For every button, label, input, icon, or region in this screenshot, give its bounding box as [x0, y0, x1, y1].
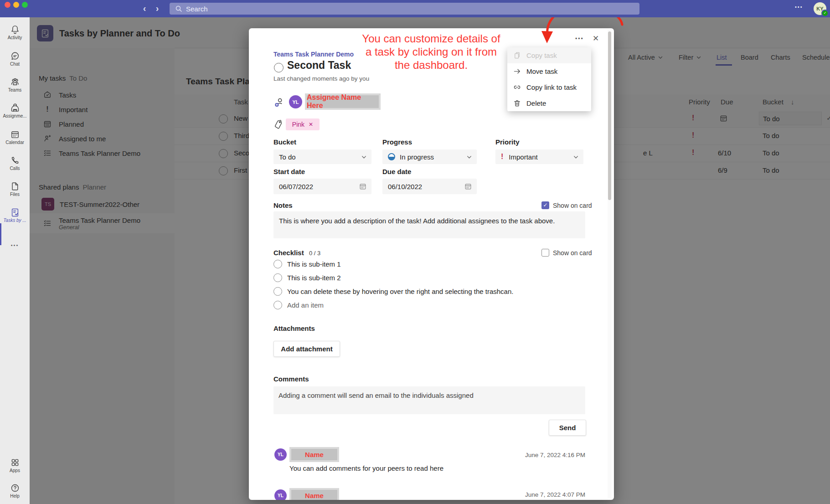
add-attachment-button[interactable]: Add attachment	[273, 341, 340, 357]
add-assignee-icon[interactable]	[273, 97, 285, 108]
complete-task-circle[interactable]	[274, 63, 284, 72]
progress-label: Progress	[382, 138, 412, 146]
due-date-label: Due date	[382, 168, 411, 175]
checklist-item[interactable]: This is sub-item 1	[273, 260, 341, 268]
checklist-add-item[interactable]: Add an item	[273, 301, 324, 309]
checklist-circle[interactable]	[273, 287, 282, 296]
trash-icon	[513, 99, 521, 107]
menu-item-move-task[interactable]: Move task	[507, 63, 591, 79]
comment-avatar: YL	[274, 448, 287, 461]
help-icon	[0, 483, 30, 493]
task-title[interactable]: Second Task	[287, 59, 351, 72]
teams-app-window: ‹ › Search ••• KY ✓ Activity Chat Teams …	[0, 0, 830, 504]
apps-grid-icon	[0, 458, 30, 468]
calendar-icon	[359, 182, 367, 190]
start-date-label: Start date	[273, 168, 305, 175]
menu-item-copy-link-to-task[interactable]: Copy link to task	[507, 79, 591, 95]
rail-item-calendar[interactable]: Calendar	[0, 129, 30, 145]
checklist-show-on-card-checkbox[interactable]: Show on card	[541, 249, 592, 257]
copy-icon	[513, 51, 521, 59]
titlebar-more-icon[interactable]: •••	[795, 4, 803, 10]
search-icon	[175, 5, 182, 12]
remove-tag-icon[interactable]: ✕	[309, 121, 313, 128]
window-close-button[interactable]	[5, 2, 10, 8]
checklist-count: 0 / 3	[309, 250, 320, 257]
rail-item-help[interactable]: Help	[0, 483, 30, 499]
window-minimize-button[interactable]	[13, 2, 19, 8]
search-input[interactable]: Search	[170, 3, 639, 15]
rail-item-calls[interactable]: Calls	[0, 155, 30, 171]
checklist-circle[interactable]	[273, 273, 282, 282]
bucket-label: Bucket	[273, 138, 296, 146]
dialog-scrollbar[interactable]	[608, 30, 612, 499]
assignee-avatar[interactable]: YL	[289, 95, 302, 108]
tag-icon[interactable]	[273, 119, 284, 130]
start-date-field[interactable]: 06/07/2022	[273, 179, 371, 194]
in-progress-icon	[388, 153, 395, 160]
priority-important-icon: !	[501, 153, 503, 161]
scrollbar-thumb[interactable]	[608, 31, 611, 200]
rail-item-tasks-by-planner[interactable]: Tasks by ...	[0, 207, 30, 223]
progress-dropdown[interactable]: In progress	[382, 149, 477, 164]
people-icon	[0, 77, 30, 87]
rail-item-files[interactable]: Files	[0, 181, 30, 197]
comment-timestamp: June 7, 2022 4:07 PM	[516, 491, 585, 498]
app-rail: Activity Chat Teams Assignme... Calendar…	[0, 17, 30, 504]
title-bar: ‹ › Search ••• KY ✓	[0, 0, 830, 17]
arrow-right-icon	[513, 67, 521, 75]
comment-name-redacted: Name	[289, 488, 339, 500]
comments-label: Comments	[273, 375, 309, 383]
send-button[interactable]: Send	[549, 420, 586, 436]
due-date-field[interactable]: 06/10/2022	[382, 179, 477, 194]
calendar-icon	[0, 129, 30, 139]
rail-item-activity[interactable]: Activity	[0, 25, 30, 40]
checkbox-unchecked-icon	[541, 249, 549, 257]
menu-item-copy-task[interactable]: Copy task	[507, 47, 591, 63]
last-changed-text: Last changed moments ago by you	[273, 75, 369, 82]
notes-label: Notes	[273, 201, 293, 209]
bell-icon	[0, 25, 30, 35]
notes-textarea[interactable]: This is where you add a description of t…	[273, 211, 585, 238]
presence-available-icon: ✓	[821, 10, 829, 17]
comment-text: You can add comments for your peers to r…	[289, 464, 443, 472]
bucket-dropdown[interactable]: To do	[273, 149, 371, 164]
checklist-label: Checklist 0 / 3	[273, 249, 320, 257]
window-zoom-button[interactable]	[22, 2, 28, 8]
back-icon[interactable]: ‹	[139, 3, 150, 15]
chevron-down-icon	[573, 154, 579, 160]
plan-link[interactable]: Teams Task Planner Demo	[273, 51, 354, 58]
chat-icon	[0, 51, 30, 61]
tutorial-annotation-text: You can customize details of a task by c…	[360, 32, 502, 72]
comment-avatar: YL	[274, 489, 287, 500]
checklist-circle[interactable]	[273, 260, 282, 268]
planner-tasks-icon	[0, 207, 30, 217]
rail-item-apps[interactable]: Apps	[0, 458, 30, 473]
chevron-down-icon	[466, 154, 472, 160]
checklist-circle	[273, 301, 282, 309]
checkbox-checked-icon: ✓	[541, 201, 549, 209]
priority-dropdown[interactable]: ! Important	[495, 149, 583, 164]
comment-name-redacted: Name	[289, 447, 339, 462]
backpack-icon	[0, 103, 30, 113]
menu-item-delete[interactable]: Delete	[507, 95, 591, 111]
assignee-name-redacted: Assignee Name Here	[305, 93, 381, 110]
rail-more-icon[interactable]: •••	[0, 242, 30, 248]
rail-item-chat[interactable]: Chat	[0, 51, 30, 67]
phone-icon	[0, 155, 30, 165]
checklist-item[interactable]: This is sub-item 2	[273, 273, 341, 282]
link-icon	[513, 83, 521, 91]
notes-show-on-card-checkbox[interactable]: ✓ Show on card	[541, 201, 592, 209]
file-icon	[0, 181, 30, 191]
tag-pill-pink[interactable]: Pink ✕	[286, 118, 320, 130]
comment-input[interactable]: Adding a comment will send an email to t…	[273, 386, 585, 414]
rail-item-teams[interactable]: Teams	[0, 77, 30, 93]
calendar-icon	[464, 182, 472, 190]
priority-label: Priority	[495, 138, 520, 146]
search-placeholder: Search	[186, 5, 208, 13]
checklist-item[interactable]: You can delete these by hovering over th…	[273, 287, 513, 296]
comment-timestamp: June 7, 2022 4:16 PM	[516, 452, 585, 458]
forward-icon[interactable]: ›	[152, 3, 162, 15]
task-context-menu: Copy task Move task Copy link to task De…	[507, 47, 591, 111]
chevron-down-icon	[361, 154, 367, 160]
rail-item-assignments[interactable]: Assignme...	[0, 103, 30, 118]
